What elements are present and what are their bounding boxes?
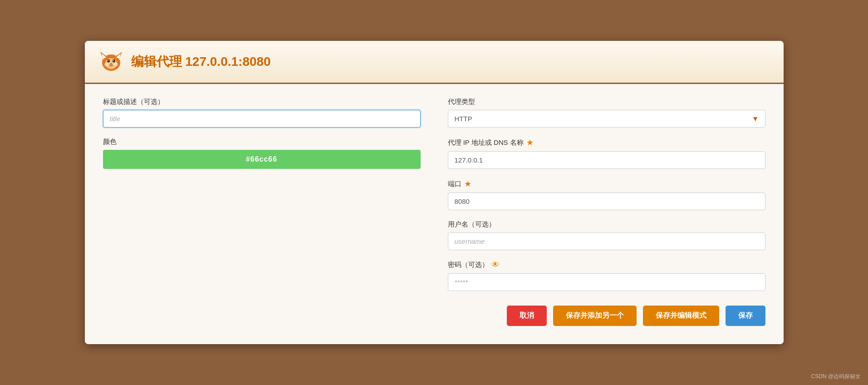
- port-label: 端口 ★: [448, 179, 765, 189]
- title-field-group: 标题或描述（可选）: [103, 98, 421, 128]
- proxy-type-select[interactable]: HTTP HTTPS SOCKS4 SOCKS5: [448, 110, 765, 128]
- password-eye-icon[interactable]: 👁: [491, 260, 500, 270]
- port-field-group: 端口 ★: [448, 179, 765, 210]
- form-layout: 标题或描述（可选） 颜色 #66cc66 代理类型 HTTP: [103, 98, 765, 326]
- save-add-another-button[interactable]: 保存并添加另一个: [553, 306, 637, 326]
- svg-point-10: [110, 64, 112, 65]
- port-required-star: ★: [464, 179, 471, 189]
- svg-point-6: [107, 59, 110, 63]
- color-button[interactable]: #66cc66: [103, 150, 421, 169]
- color-field-group: 颜色 #66cc66: [103, 138, 421, 169]
- color-label: 颜色: [103, 138, 421, 146]
- proxy-type-select-wrapper: HTTP HTTPS SOCKS4 SOCKS5 ▼: [448, 110, 765, 128]
- title-label: 标题或描述（可选）: [103, 98, 421, 106]
- ip-required-star: ★: [526, 138, 534, 148]
- svg-point-8: [108, 60, 108, 61]
- proxy-type-label: 代理类型: [448, 98, 765, 106]
- watermark: CSDN @边码探秘女: [811, 373, 861, 380]
- svg-point-7: [113, 59, 115, 63]
- dialog-title: 编辑代理 127.0.0.1:8080: [131, 53, 271, 70]
- username-label: 用户名（可选）: [448, 220, 765, 229]
- dialog-body: 标题或描述（可选） 颜色 #66cc66 代理类型 HTTP: [85, 84, 784, 344]
- svg-point-9: [113, 60, 114, 61]
- dialog-header: 编辑代理 127.0.0.1:8080: [85, 41, 784, 84]
- footer-buttons: 取消 保存并添加另一个 保存并编辑模式 保存: [448, 306, 765, 326]
- username-input[interactable]: [448, 232, 765, 250]
- svg-point-11: [104, 63, 109, 66]
- password-label: 密码（可选） 👁: [448, 260, 765, 270]
- right-column: 代理类型 HTTP HTTPS SOCKS4 SOCKS5 ▼ 代: [448, 98, 765, 326]
- cancel-button[interactable]: 取消: [507, 306, 547, 326]
- svg-point-12: [113, 63, 118, 66]
- ip-field-group: 代理 IP 地址或 DNS 名称 ★: [448, 138, 765, 169]
- ip-label: 代理 IP 地址或 DNS 名称 ★: [448, 138, 765, 148]
- username-field-group: 用户名（可选）: [448, 220, 765, 250]
- password-input[interactable]: [448, 273, 765, 291]
- port-input[interactable]: [448, 192, 765, 210]
- save-button[interactable]: 保存: [726, 306, 765, 326]
- fox-logo-icon: [98, 49, 124, 74]
- left-column: 标题或描述（可选） 颜色 #66cc66: [103, 98, 421, 326]
- save-edit-mode-button[interactable]: 保存并编辑模式: [643, 306, 719, 326]
- proxy-type-field-group: 代理类型 HTTP HTTPS SOCKS4 SOCKS5 ▼: [448, 98, 765, 128]
- password-field-group: 密码（可选） 👁: [448, 260, 765, 291]
- edit-proxy-dialog: 编辑代理 127.0.0.1:8080 标题或描述（可选） 颜色 #66cc66: [85, 41, 784, 344]
- ip-input[interactable]: [448, 151, 765, 169]
- title-input[interactable]: [103, 110, 421, 128]
